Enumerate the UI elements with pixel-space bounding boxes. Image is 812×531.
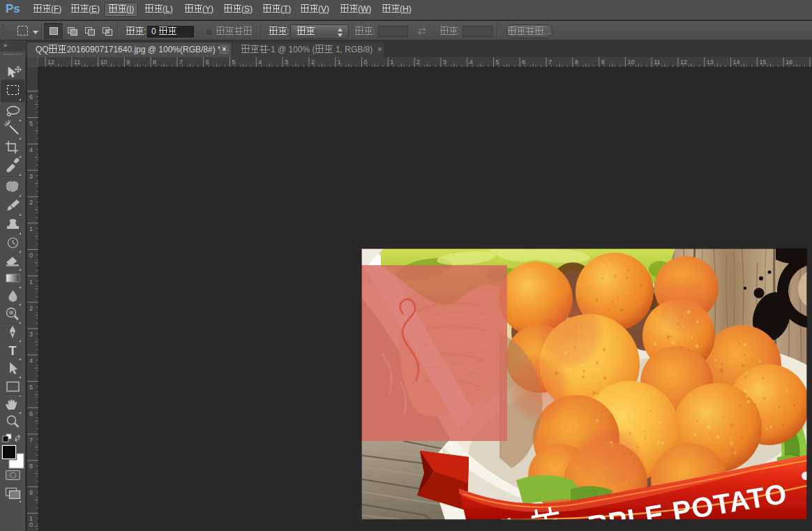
svg-text:5: 5 [496,59,499,66]
svg-text:8: 8 [29,463,33,470]
svg-text:9: 9 [601,59,605,66]
svg-text:5: 5 [29,384,33,391]
svg-text:0: 0 [364,59,368,66]
svg-text:6: 6 [29,410,33,417]
svg-text:3: 3 [29,173,33,180]
svg-text:7: 7 [29,437,33,444]
svg-text:2: 2 [29,199,33,206]
svg-text:10: 10 [100,59,107,66]
svg-text:16: 16 [785,59,792,66]
svg-text:3: 3 [29,331,33,338]
svg-text:6: 6 [522,59,525,66]
svg-text:4: 4 [469,59,473,66]
svg-text:5: 5 [29,120,33,127]
svg-text:1: 1 [338,59,341,66]
svg-text:14: 14 [733,59,740,66]
svg-text:1: 1 [29,225,33,232]
svg-text:11: 11 [654,59,660,66]
svg-text:8: 8 [153,59,156,66]
svg-text:4: 4 [29,357,33,364]
svg-text:13: 13 [707,59,714,66]
svg-text:12: 12 [680,59,687,66]
svg-text:12: 12 [47,59,54,66]
svg-text:15: 15 [759,59,766,66]
svg-text:10: 10 [627,59,634,66]
svg-text:7: 7 [179,59,183,66]
svg-text:5: 5 [232,59,236,66]
svg-text:2: 2 [29,305,33,312]
svg-text:3: 3 [443,59,446,66]
svg-text:0: 0 [29,252,33,259]
svg-text:4: 4 [29,147,33,154]
svg-text:T: T [9,344,17,358]
svg-text:7: 7 [548,59,552,66]
svg-text:6: 6 [29,94,33,100]
svg-text:6: 6 [206,59,209,66]
svg-text:3: 3 [285,59,288,66]
svg-text:4: 4 [258,59,262,66]
svg-text:9: 9 [29,489,33,496]
svg-text:0: 0 [29,521,33,528]
svg-text:2: 2 [311,59,315,66]
svg-text:1: 1 [29,278,33,285]
svg-text:8: 8 [575,59,578,66]
svg-text:9: 9 [126,59,130,66]
svg-text:2: 2 [416,59,420,66]
svg-text:11: 11 [74,59,80,66]
svg-text:1: 1 [390,59,393,66]
